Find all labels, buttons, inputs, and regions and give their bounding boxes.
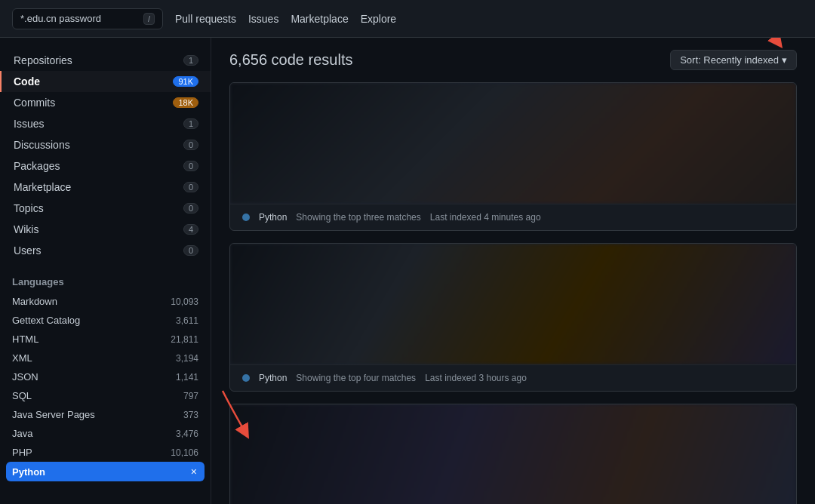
- result-indexed-text-0: Last indexed 4 minutes ago: [430, 212, 541, 223]
- sidebar: Repositories 1 Code 91K Commits 18K Issu…: [0, 38, 211, 504]
- search-value: *.edu.cn password: [20, 13, 101, 24]
- nav-issues[interactable]: Issues: [248, 13, 278, 25]
- lang-item-sql[interactable]: SQL 797: [0, 386, 211, 405]
- result-footer-0: Python Showing the top three matches Las…: [230, 204, 796, 230]
- lang-item-java[interactable]: Java 3,476: [0, 424, 211, 443]
- results-count: 6,656 code results: [229, 51, 352, 69]
- result-match-text-1: Showing the top four matches: [296, 373, 416, 383]
- sidebar-item-marketplace[interactable]: Marketplace 0: [0, 177, 211, 198]
- sidebar-item-wikis[interactable]: Wikis 4: [0, 219, 211, 240]
- lang-count-xml: 3,194: [176, 353, 198, 364]
- sidebar-badge-marketplace: 0: [183, 182, 198, 192]
- result-preview-0: [230, 83, 796, 204]
- sort-container: Sort: Recently indexed ▾: [670, 50, 797, 70]
- lang-count-sql: 797: [183, 391, 198, 401]
- nav-marketplace[interactable]: Marketplace: [291, 13, 348, 25]
- lang-label-gettext: Gettext Catalog: [12, 315, 80, 326]
- lang-item-xml[interactable]: XML 3,194: [0, 349, 211, 367]
- sidebar-badge-code: 91K: [173, 76, 198, 87]
- sidebar-item-discussions[interactable]: Discussions 0: [0, 134, 211, 155]
- lang-count-java-server-pages: 373: [183, 410, 198, 420]
- results-header: 6,656 code results Sort: Recently indexe…: [229, 50, 797, 70]
- selected-lang-python[interactable]: Python ×: [6, 462, 205, 481]
- lang-dot-1: [242, 374, 250, 382]
- sidebar-badge-discussions: 0: [183, 140, 198, 150]
- lang-item-php[interactable]: PHP 10,106: [0, 443, 211, 462]
- result-card-1: Python Showing the top four matches Last…: [229, 243, 797, 392]
- sidebar-badge-commits: 18K: [173, 97, 198, 108]
- lang-count-markdown: 10,093: [171, 297, 198, 307]
- sidebar-filter-section: Repositories 1 Code 91K Commits 18K Issu…: [0, 50, 211, 261]
- selected-lang-label: Python: [12, 466, 45, 478]
- result-preview-1: [230, 244, 796, 364]
- sidebar-label-topics: Topics: [14, 202, 44, 214]
- sidebar-label-users: Users: [14, 244, 42, 257]
- slash-key: /: [143, 13, 155, 25]
- lang-dot-0: [242, 214, 250, 221]
- topnav: *.edu.cn password / Pull requests Issues…: [0, 0, 815, 38]
- lang-count-json: 1,141: [176, 372, 198, 383]
- lang-item-json[interactable]: JSON 1,141: [0, 367, 211, 386]
- lang-item-markdown[interactable]: Markdown 10,093: [0, 292, 211, 311]
- result-blur-bg-2: [230, 404, 796, 504]
- lang-item-html[interactable]: HTML 21,811: [0, 330, 211, 349]
- sidebar-label-repositories: Repositories: [14, 54, 72, 66]
- sidebar-label-packages: Packages: [14, 160, 60, 172]
- content-area: 6,656 code results Sort: Recently indexe…: [211, 38, 815, 504]
- results-list: Python Showing the top three matches Las…: [229, 82, 797, 504]
- sidebar-item-commits[interactable]: Commits 18K: [0, 92, 211, 113]
- lang-item-gettext[interactable]: Gettext Catalog 3,611: [0, 311, 211, 330]
- sort-label: Sort: Recently indexed: [680, 54, 779, 66]
- sidebar-label-commits: Commits: [14, 97, 55, 109]
- sidebar-label-issues: Issues: [14, 118, 44, 130]
- sort-chevron-icon: ▾: [782, 54, 787, 66]
- result-blur-bg-1: [230, 244, 796, 364]
- lang-item-java-server-pages[interactable]: Java Server Pages 373: [0, 405, 211, 424]
- sidebar-label-discussions: Discussions: [14, 139, 70, 151]
- sidebar-badge-wikis: 4: [183, 224, 198, 235]
- search-box[interactable]: *.edu.cn password /: [12, 8, 163, 29]
- sidebar-languages-section: Languages Markdown 10,093 Gettext Catalo…: [0, 267, 211, 481]
- sidebar-badge-repositories: 1: [183, 55, 198, 66]
- sidebar-badge-packages: 0: [183, 161, 198, 171]
- lang-count-java: 3,476: [176, 429, 198, 439]
- sidebar-label-code: Code: [14, 75, 40, 88]
- lang-label-php: PHP: [12, 447, 32, 458]
- sidebar-item-users[interactable]: Users 0: [0, 240, 211, 261]
- sidebar-badge-users: 0: [183, 245, 198, 256]
- lang-label-markdown: Markdown: [12, 296, 57, 307]
- remove-lang-filter-button[interactable]: ×: [189, 466, 198, 478]
- result-preview-2: [230, 404, 796, 504]
- lang-label-sql: SQL: [12, 390, 32, 401]
- sidebar-item-packages[interactable]: Packages 0: [0, 155, 211, 177]
- sidebar-item-issues[interactable]: Issues 1: [0, 113, 211, 134]
- sidebar-label-wikis: Wikis: [14, 223, 38, 235]
- main-layout: Repositories 1 Code 91K Commits 18K Issu…: [0, 38, 815, 504]
- result-indexed-text-1: Last indexed 3 hours ago: [425, 373, 527, 383]
- languages-title: Languages: [0, 267, 211, 292]
- nav-pull-requests[interactable]: Pull requests: [175, 13, 236, 25]
- result-card-2: Python Showing the top two matches Last …: [229, 404, 797, 504]
- result-match-text-0: Showing the top three matches: [296, 212, 420, 223]
- sidebar-label-marketplace: Marketplace: [14, 181, 71, 193]
- lang-count-php: 10,106: [171, 447, 198, 458]
- result-blur-bg-0: [230, 83, 796, 204]
- result-lang-1: Python: [259, 373, 287, 383]
- result-card-0: Python Showing the top three matches Las…: [229, 82, 797, 231]
- lang-label-java-server-pages: Java Server Pages: [12, 409, 95, 420]
- sidebar-badge-topics: 0: [183, 203, 198, 214]
- result-lang-0: Python: [259, 212, 287, 223]
- lang-label-html: HTML: [12, 333, 38, 345]
- lang-count-gettext: 3,611: [176, 315, 198, 326]
- sort-button[interactable]: Sort: Recently indexed ▾: [670, 50, 797, 70]
- lang-label-xml: XML: [12, 352, 32, 364]
- sidebar-item-repositories[interactable]: Repositories 1: [0, 50, 211, 71]
- sidebar-badge-issues: 1: [183, 118, 198, 129]
- result-footer-1: Python Showing the top four matches Last…: [230, 364, 796, 391]
- sidebar-item-code[interactable]: Code 91K: [0, 71, 211, 92]
- sidebar-item-topics[interactable]: Topics 0: [0, 198, 211, 219]
- lang-count-html: 21,811: [171, 334, 198, 345]
- lang-label-json: JSON: [12, 371, 38, 383]
- lang-label-java: Java: [12, 428, 32, 439]
- nav-explore[interactable]: Explore: [361, 13, 396, 25]
